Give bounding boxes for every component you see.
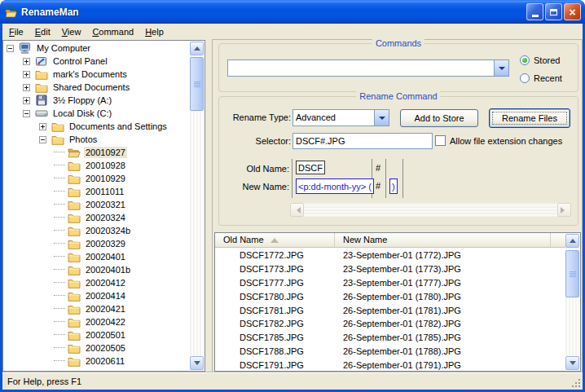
tree-item-20020401b[interactable]: 20020401b <box>3 263 190 276</box>
tree-item-label: Photos <box>68 134 99 145</box>
tree-item-3-floppy-a-[interactable]: 3½ Floppy (A:) <box>3 94 190 107</box>
tree-item-20020505[interactable]: 20020505 <box>3 341 190 355</box>
table-row[interactable]: DSCF1772.JPG23-September-01 (1772).JPG <box>215 249 566 262</box>
scroll-down-icon[interactable] <box>190 356 204 370</box>
radio-unselected-icon[interactable] <box>520 73 530 83</box>
folder-icon <box>68 315 81 328</box>
expand-icon[interactable] <box>23 58 30 65</box>
table-scrollbar[interactable] <box>565 234 579 370</box>
tree-item-20020422[interactable]: 20020422 <box>3 315 190 328</box>
expand-icon[interactable] <box>23 84 30 91</box>
tree-item-20020324b[interactable]: 20020324b <box>3 224 190 237</box>
radio-recent[interactable]: Recent <box>520 73 562 83</box>
tree-item-20020414[interactable]: 20020414 <box>3 289 190 302</box>
table-row[interactable]: DSCF1788.JPG26-September-01 (1788).JPG <box>215 345 566 359</box>
status-bar: For Help, press F1 <box>2 372 583 390</box>
scroll-left-icon[interactable] <box>290 203 304 217</box>
table-row[interactable]: DSCF1785.JPG26-September-01 (1785).JPG <box>215 331 566 345</box>
collapse-icon[interactable] <box>23 110 30 117</box>
radio-selected-icon[interactable] <box>520 55 530 65</box>
tree-scrollbar[interactable] <box>190 42 204 370</box>
tree-item-20020329[interactable]: 20020329 <box>3 237 190 250</box>
tree-item-20020412[interactable]: 20020412 <box>3 276 190 289</box>
tree-item-20010928[interactable]: 20010928 <box>3 159 190 172</box>
tree-item-label: 20020401 <box>84 251 127 262</box>
new-name-counter[interactable]: # <box>376 181 380 191</box>
column-header-new-name[interactable]: New Name <box>335 233 551 248</box>
tree-scrollbar-thumb[interactable] <box>190 57 204 111</box>
table-row[interactable]: DSCF1777.JPG23-September-01 (1777).JPG <box>215 276 566 290</box>
menu-file[interactable]: File <box>3 24 29 39</box>
combo-dropdown-icon[interactable] <box>374 110 389 126</box>
scroll-down-icon[interactable] <box>565 356 579 370</box>
table-row[interactable]: DSCF1782.JPG26-September-01 (1782).JPG <box>215 317 566 331</box>
old-name-segment[interactable]: DSCF <box>296 161 325 174</box>
menu-help[interactable]: Help <box>139 24 169 39</box>
allow-extension-checkbox[interactable] <box>435 135 446 146</box>
rename-type-select[interactable]: Advanced <box>292 109 389 126</box>
tree-connector <box>54 165 65 166</box>
add-to-store-button[interactable]: Add to Store <box>400 109 478 127</box>
maximize-button[interactable] <box>545 3 562 20</box>
table-row[interactable]: DSCF1773.JPG23-September-01 (1773).JPG <box>215 262 566 276</box>
tree-item-local-disk-c-[interactable]: Local Disk (C:) <box>3 107 190 120</box>
tree-item-20020321[interactable]: 20020321 <box>3 198 190 211</box>
expand-icon[interactable] <box>23 97 30 104</box>
tree-item-label: My Computer <box>35 42 92 54</box>
tree-item-partial[interactable] <box>3 368 190 371</box>
tree-item-control-panel[interactable]: Control Panel <box>3 55 190 68</box>
new-name-suffix-segment[interactable]: ) <box>389 178 398 194</box>
tree-item-my-computer[interactable]: My Computer <box>3 42 190 55</box>
tree-item-20020501[interactable]: 20020501 <box>3 328 190 341</box>
segments-scrollbar[interactable] <box>290 203 571 217</box>
stored-commands-combo[interactable] <box>227 59 509 77</box>
collapse-icon[interactable] <box>7 45 14 52</box>
new-name-cell: 26-September-01 (1791).JPG <box>335 360 566 370</box>
table-row[interactable]: DSCF1780.JPG26-September-01 (1780).JPG <box>215 289 566 303</box>
radio-stored[interactable]: Stored <box>520 55 560 65</box>
close-button[interactable]: × <box>564 3 581 20</box>
expand-icon[interactable] <box>39 123 46 130</box>
tree-item-photos[interactable]: Photos <box>3 133 190 146</box>
tree-item-label: Control Panel <box>51 55 109 67</box>
scroll-up-icon[interactable] <box>190 42 204 55</box>
menu-view[interactable]: View <box>56 24 87 39</box>
column-label: Old Name <box>223 233 264 247</box>
tree-item-20020611[interactable]: 20020611 <box>3 355 190 368</box>
column-header-old-name[interactable]: Old Name <box>215 233 335 248</box>
tree-item-20020401[interactable]: 20020401 <box>3 250 190 263</box>
new-name-segment[interactable]: <p:dd-month-yy> ( <box>296 178 374 194</box>
folder-icon <box>68 185 81 198</box>
expand-icon[interactable] <box>23 71 30 78</box>
tree-item-20010927[interactable]: 20010927 <box>3 146 190 159</box>
menu-command[interactable]: Command <box>86 24 139 39</box>
combo-dropdown-icon[interactable] <box>494 60 508 76</box>
collapse-icon[interactable] <box>39 136 46 143</box>
commands-group: Commands StoredRecent <box>218 43 578 92</box>
title-bar[interactable]: RenameMan × <box>0 0 585 24</box>
resize-grip-icon[interactable] <box>571 378 582 389</box>
selector-input[interactable] <box>292 133 433 149</box>
tree-item-20010929[interactable]: 20010929 <box>3 172 190 185</box>
rename-files-button[interactable]: Rename Files <box>489 108 570 128</box>
tree-item-mark-s-documents[interactable]: mark's Documents <box>3 68 190 81</box>
tree-item-label: 20010928 <box>84 160 127 171</box>
tree-item-20011011[interactable]: 20011011 <box>3 185 190 198</box>
minimize-button[interactable] <box>526 3 543 20</box>
folder-icon <box>51 120 64 133</box>
old-name-counter[interactable]: # <box>376 163 380 173</box>
scroll-up-icon[interactable] <box>565 234 579 248</box>
tree-item-shared-documents[interactable]: Shared Documents <box>3 81 190 94</box>
tree-connector <box>54 204 65 205</box>
radio-label: Stored <box>534 55 560 65</box>
app-icon <box>5 6 18 19</box>
tree-item-20020324[interactable]: 20020324 <box>3 211 190 224</box>
table-scrollbar-thumb[interactable] <box>565 250 579 297</box>
table-row[interactable]: DSCF1791.JPG26-September-01 (1791).JPG <box>215 358 566 372</box>
scroll-right-icon[interactable] <box>557 203 571 217</box>
tree-item-documents-and-settings[interactable]: Documents and Settings <box>3 120 190 133</box>
menu-edit[interactable]: Edit <box>29 24 56 39</box>
tree-item-20020421[interactable]: 20020421 <box>3 302 190 315</box>
table-row[interactable]: DSCF1781.JPG26-September-01 (1781).JPG <box>215 303 566 317</box>
old-name-cell: DSCF1773.JPG <box>215 264 335 274</box>
